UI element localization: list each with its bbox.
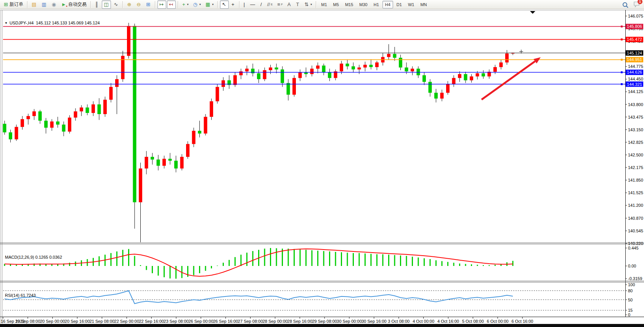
chart-window[interactable]: 146.075145.750145.425145.100144.775144.4… [0,9,644,327]
timeframe-m30-button[interactable]: M30 [357,1,370,8]
autotrading-button-label: 自动交易 [68,1,87,8]
equidistant-channel-button[interactable]: //E [265,0,275,9]
horizontal-line-icon: — [250,2,255,7]
candle-up [15,127,18,140]
chart-background[interactable] [0,9,644,327]
chart-canvas[interactable]: 146.075145.750145.425145.100144.775144.4… [0,9,644,327]
chevron-down-icon[interactable]: ▾ [187,3,189,6]
candle-up [21,119,24,127]
chevron-down-icon[interactable]: ▾ [212,3,214,6]
macd-histogram-bar [317,251,318,266]
macd-histogram-bar [400,256,401,266]
macd-histogram-bar [418,258,419,266]
candle-down [369,65,373,67]
bar-chart-button[interactable]: ║ [93,0,101,9]
price-tick-label: 144.125 [628,89,643,94]
price-tick-label: 146.075 [628,14,643,18]
arrows-icon: ⇅ [304,2,308,7]
candle-up [115,79,119,87]
chart-window-icon[interactable]: ▤ [30,0,39,9]
time-tick-label: 21 Sep 08:00 [90,319,114,324]
zoom-out-button[interactable]: ⊖ [135,0,143,9]
chart-shift-button[interactable]: ↤ [167,0,176,9]
price-tick-label: 144.450 [628,77,643,81]
macd-histogram-bar [424,258,425,266]
macd-histogram-bar [246,253,247,266]
macd-histogram-bar [335,252,336,266]
macd-histogram-bar [16,265,17,266]
chevron-down-icon[interactable]: ▾ [199,3,201,6]
bar-chart-icon: ║ [95,2,98,7]
macd-histogram-bar [140,265,141,266]
candle-down [434,93,438,98]
candle-down [3,124,6,132]
candle-up [375,63,379,67]
candle-down [98,105,101,114]
price-badge-text: 145.124 [627,51,642,55]
macd-histogram-bar [128,249,129,266]
line-chart-button[interactable]: ∿ [112,0,120,9]
price-tick-label: 143.150 [628,127,643,132]
macd-histogram-bar [288,249,289,266]
templates-button[interactable]: ▦▾ [204,0,215,9]
zoom-in-button[interactable]: ⊕ [125,0,134,9]
timeframe-w1-button[interactable]: W1 [405,1,417,8]
fibonacci-button[interactable]: ≡F [275,0,284,9]
level-anchor-square [621,71,623,73]
chevron-down-icon[interactable]: ▾ [310,3,312,6]
new-order-button[interactable]: ⊞新订单 [2,0,25,9]
periods-icon: ◷ [193,2,198,7]
arrows-button[interactable]: ⇅▾ [302,0,314,9]
periods-button[interactable]: ◷▾ [191,0,203,9]
timeframe-h1-button[interactable]: H1 [371,1,382,8]
search-icon[interactable] [622,2,629,8]
trendline-button[interactable]: / [259,0,265,9]
timeframe-d1-button[interactable]: D1 [394,1,405,8]
crosshair-button[interactable]: + [230,0,237,9]
signals-icon[interactable]: ◉ [50,0,59,9]
time-tick-label: 20 Sep 16:00 [65,319,90,324]
candle-down [169,159,172,161]
timeframe-mn-button[interactable]: MN [418,1,429,8]
autotrading-button[interactable]: ►●自动交易 [59,0,88,9]
candle-up [121,56,125,79]
candle-up [68,118,71,132]
candle-down [174,161,178,168]
toolbar-divider [239,1,240,8]
icon-subscript: E [271,3,273,6]
cursor-button[interactable]: ↖ [220,0,229,9]
candle-up [32,111,36,116]
timeframe-m15-button[interactable]: M15 [342,1,356,8]
chat-icon[interactable]: 1 [633,1,640,9]
horizontal-line-button[interactable]: — [248,0,258,9]
macd-histogram-bar [312,250,313,266]
candle-down [62,125,66,132]
new-order-button-label: 新订单 [10,1,23,8]
candle-down [405,68,408,71]
toolbar-divider [122,1,123,8]
indicators-button[interactable]: +▾ [180,0,191,9]
level-anchor-square [621,39,623,40]
candle-up [103,100,107,114]
tile-windows-button[interactable]: ⊞ [144,0,153,9]
timeframe-m1-button[interactable]: M1 [318,1,329,8]
timeframe-m5-button[interactable]: M5 [331,1,342,8]
candlestick-chart-button[interactable]: ◫ [102,0,111,9]
indicators-icon: + [182,2,185,7]
trendline-icon: / [260,2,262,7]
candle-down [157,159,160,166]
macd-tick-label: 0.445 [628,246,639,250]
price-tick-label: 144.775 [628,64,643,69]
text-button[interactable]: A [286,0,294,9]
text-label-button[interactable]: T [294,0,302,9]
price-tick-label: 140.545 [628,229,643,233]
navigator-icon[interactable]: ▥ [40,0,49,9]
price-tick-label: 140.220 [628,241,643,246]
vertical-line-button[interactable]: | [242,0,247,9]
candle-down [346,64,349,66]
auto-scroll-button[interactable]: ↦ [157,0,166,9]
macd-histogram-bar [442,261,443,266]
toolbar-divider [90,1,91,8]
timeframe-h4-button[interactable]: H4 [382,1,393,8]
candle-down [322,66,326,72]
